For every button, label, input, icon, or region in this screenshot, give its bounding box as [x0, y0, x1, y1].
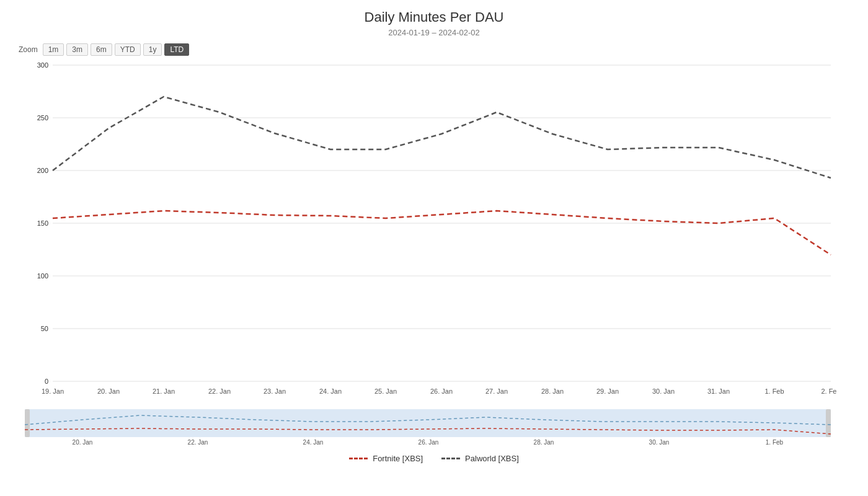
zoom-1m-button[interactable]: 1m [43, 43, 64, 56]
svg-text:300: 300 [37, 61, 48, 69]
navigator-area: .nav-bg { fill: #dce8f5; stroke: none; }… [19, 406, 825, 449]
fortnite-line [53, 211, 831, 255]
svg-text:20. Jan: 20. Jan [97, 388, 120, 395]
svg-text:24. Jan: 24. Jan [303, 439, 324, 446]
svg-text:22. Jan: 22. Jan [188, 439, 208, 446]
fortnite-legend-line [349, 458, 368, 459]
palworld-line [53, 97, 831, 178]
svg-text:150: 150 [37, 219, 48, 227]
svg-text:200: 200 [37, 167, 48, 174]
svg-text:19. Jan: 19. Jan [42, 388, 64, 395]
main-chart-area: .grid-line { stroke: #e0e0e0; stroke-wid… [19, 59, 825, 406]
legend-palworld: Palworld [XBS] [441, 454, 519, 463]
svg-text:1. Feb: 1. Feb [764, 388, 784, 395]
svg-text:50: 50 [41, 325, 48, 332]
svg-text:26. Jan: 26. Jan [418, 439, 439, 446]
svg-text:28. Jan: 28. Jan [541, 388, 564, 395]
svg-text:2. Feb: 2. Feb [821, 388, 837, 395]
navigator-svg: .nav-bg { fill: #dce8f5; stroke: none; }… [19, 406, 837, 446]
svg-text:100: 100 [37, 272, 48, 280]
svg-text:23. Jan: 23. Jan [264, 388, 286, 395]
chart-title: Daily Minutes Per DAU [12, 9, 856, 25]
palworld-legend-label: Palworld [XBS] [465, 454, 519, 463]
svg-text:30. Jan: 30. Jan [649, 439, 670, 446]
zoom-6m-button[interactable]: 6m [91, 43, 112, 56]
svg-text:1. Feb: 1. Feb [766, 439, 784, 446]
svg-text:24. Jan: 24. Jan [319, 388, 342, 395]
svg-text:22. Jan: 22. Jan [208, 388, 231, 395]
chart-subtitle: 2024-01-19 – 2024-02-02 [12, 28, 856, 37]
navigator-right-handle[interactable] [826, 409, 831, 437]
svg-text:25. Jan: 25. Jan [374, 388, 397, 395]
legend-fortnite: Fortnite [XBS] [349, 454, 423, 463]
zoom-ytd-button[interactable]: YTD [115, 43, 141, 56]
svg-text:31. Jan: 31. Jan [707, 388, 730, 395]
svg-text:29. Jan: 29. Jan [596, 388, 619, 395]
chart-container: Daily Minutes Per DAU 2024-01-19 – 2024-… [0, 0, 868, 496]
svg-text:21. Jan: 21. Jan [153, 388, 175, 395]
legend: Fortnite [XBS] Palworld [XBS] [12, 454, 856, 463]
zoom-3m-button[interactable]: 3m [66, 43, 88, 56]
svg-text:250: 250 [37, 114, 48, 122]
svg-text:27. Jan: 27. Jan [485, 388, 508, 395]
zoom-controls: Zoom 1m 3m 6m YTD 1y LTD [19, 43, 856, 56]
zoom-ltd-button[interactable]: LTD [164, 43, 189, 56]
svg-text:0: 0 [45, 378, 48, 385]
navigator-selection[interactable] [25, 409, 831, 437]
fortnite-legend-label: Fortnite [XBS] [373, 454, 423, 463]
svg-text:20. Jan: 20. Jan [73, 439, 93, 446]
navigator-left-handle[interactable] [25, 409, 30, 437]
main-chart-svg: .grid-line { stroke: #e0e0e0; stroke-wid… [19, 59, 837, 406]
zoom-1y-button[interactable]: 1y [143, 43, 162, 56]
zoom-label: Zoom [19, 45, 38, 54]
svg-text:28. Jan: 28. Jan [534, 439, 554, 446]
svg-text:26. Jan: 26. Jan [430, 388, 453, 395]
svg-text:30. Jan: 30. Jan [652, 388, 675, 395]
palworld-legend-line [441, 458, 460, 459]
